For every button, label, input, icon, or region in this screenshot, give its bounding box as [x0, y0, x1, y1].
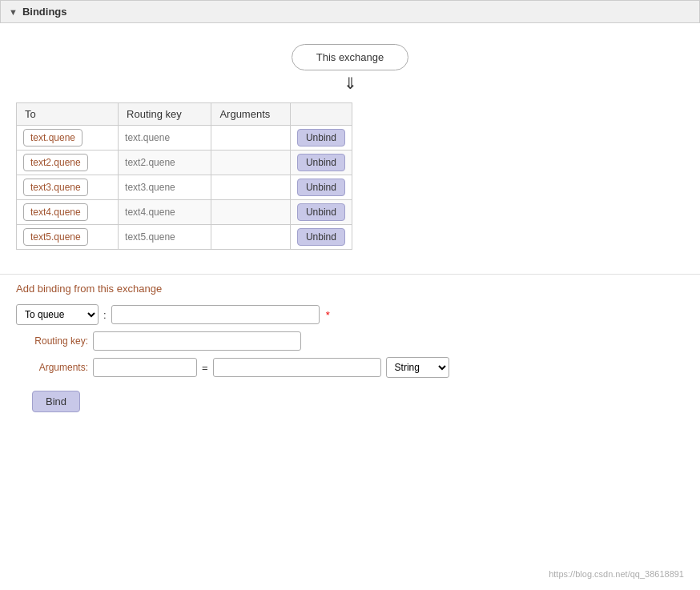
bind-button[interactable]: Bind	[32, 391, 80, 412]
queue-label: text5.quene	[23, 228, 88, 246]
section-header: ▼ Bindings	[0, 0, 700, 23]
col-to: To	[17, 103, 119, 126]
queue-label: text4.quene	[23, 203, 88, 221]
table-row-to: text.quene	[17, 126, 119, 151]
arguments-key-input[interactable]	[93, 358, 197, 377]
table-row-action: Unbind	[290, 126, 352, 151]
destination-input[interactable]	[111, 305, 320, 324]
routing-key-label: Routing key:	[16, 335, 88, 347]
col-routing-key: Routing key	[119, 103, 211, 126]
destination-select[interactable]: To queueTo exchange	[16, 304, 99, 325]
table-row-routing-key: text2.quene	[119, 151, 211, 175]
exchange-node: This exchange	[16, 44, 684, 70]
col-arguments: Arguments	[211, 103, 291, 126]
table-row-arguments	[211, 225, 291, 250]
table-row-to: text4.quene	[17, 200, 119, 225]
table-row-routing-key: text5.quene	[119, 225, 211, 250]
colon-label: :	[103, 309, 107, 321]
table-row-arguments	[211, 200, 291, 225]
unbind-button[interactable]: Unbind	[297, 179, 345, 196]
arguments-value-input[interactable]	[213, 358, 381, 377]
routing-key-row: Routing key:	[16, 331, 684, 351]
queue-label: text.quene	[23, 129, 82, 146]
unbind-button[interactable]: Unbind	[297, 154, 345, 171]
queue-label: text2.quene	[23, 154, 88, 171]
table-row-action: Unbind	[290, 200, 352, 225]
unbind-button[interactable]: Unbind	[297, 228, 345, 246]
unbind-button[interactable]: Unbind	[297, 129, 345, 146]
destination-row: To queueTo exchange : *	[16, 304, 684, 325]
footer-link: https://blog.csdn.net/qq_38618891	[541, 566, 692, 582]
down-arrow: ⇓	[16, 74, 684, 93]
exchange-box: This exchange	[292, 44, 409, 70]
queue-label: text3.quene	[23, 179, 88, 196]
table-row-action: Unbind	[290, 151, 352, 175]
table-row-arguments	[211, 151, 291, 175]
bind-row: Bind	[16, 384, 684, 412]
table-row-action: Unbind	[290, 175, 352, 200]
equals-sign: =	[202, 362, 208, 374]
add-binding-title: Add binding from this exchange	[16, 283, 684, 295]
table-row-arguments	[211, 126, 291, 151]
table-row-arguments	[211, 175, 291, 200]
collapse-icon[interactable]: ▼	[9, 7, 18, 17]
arguments-row: Arguments: = StringNumberBoolean	[16, 357, 684, 378]
table-row-routing-key: text.quene	[119, 126, 211, 151]
type-select[interactable]: StringNumberBoolean	[386, 357, 449, 378]
table-row-to: text2.quene	[17, 151, 119, 175]
table-row-to: text5.quene	[17, 225, 119, 250]
table-row-routing-key: text3.quene	[119, 175, 211, 200]
add-binding-section: Add binding from this exchange To queueT…	[0, 274, 700, 427]
arguments-label: Arguments:	[16, 362, 88, 373]
bindings-container: This exchange ⇓ To Routing key Arguments…	[0, 36, 700, 274]
section-title: Bindings	[22, 6, 67, 18]
bindings-table: To Routing key Arguments text.quenetext.…	[16, 102, 352, 250]
col-action	[290, 103, 352, 126]
table-row-routing-key: text4.quene	[119, 200, 211, 225]
required-star: *	[326, 309, 330, 321]
table-row-to: text3.quene	[17, 175, 119, 200]
unbind-button[interactable]: Unbind	[297, 203, 345, 221]
routing-key-input[interactable]	[93, 331, 301, 351]
table-row-action: Unbind	[290, 225, 352, 250]
